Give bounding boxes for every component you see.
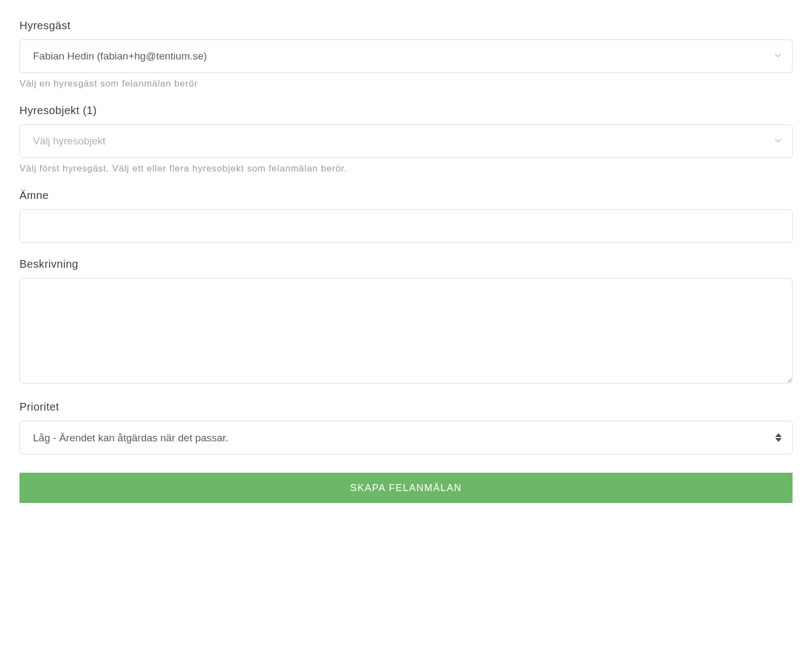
subject-label: Ämne <box>19 189 793 202</box>
property-select-placeholder: Välj hyresobjekt <box>19 124 793 158</box>
tenant-select-value: Fabian Hedin (fabian+hg@tentium.se) <box>19 39 793 73</box>
create-report-button[interactable]: SKAPA FELANMÄLAN <box>19 473 793 503</box>
property-help-text: Välj först hyresgäst. Välj ett eller fle… <box>19 163 793 174</box>
description-label: Beskrivning <box>19 258 793 270</box>
subject-input[interactable] <box>19 209 793 243</box>
tenant-label: Hyresgäst <box>19 19 793 32</box>
priority-select[interactable]: Låg - Ärendet kan åtgärdas när det passa… <box>19 421 793 454</box>
tenant-select[interactable]: Fabian Hedin (fabian+hg@tentium.se) <box>19 39 793 73</box>
description-textarea[interactable] <box>19 278 793 383</box>
property-label: Hyresobjekt (1) <box>19 104 793 117</box>
property-select[interactable]: Välj hyresobjekt <box>19 124 793 158</box>
tenant-help-text: Välj en hyresgäst som felanmälan berör <box>19 78 793 89</box>
priority-label: Prioritet <box>19 401 793 413</box>
